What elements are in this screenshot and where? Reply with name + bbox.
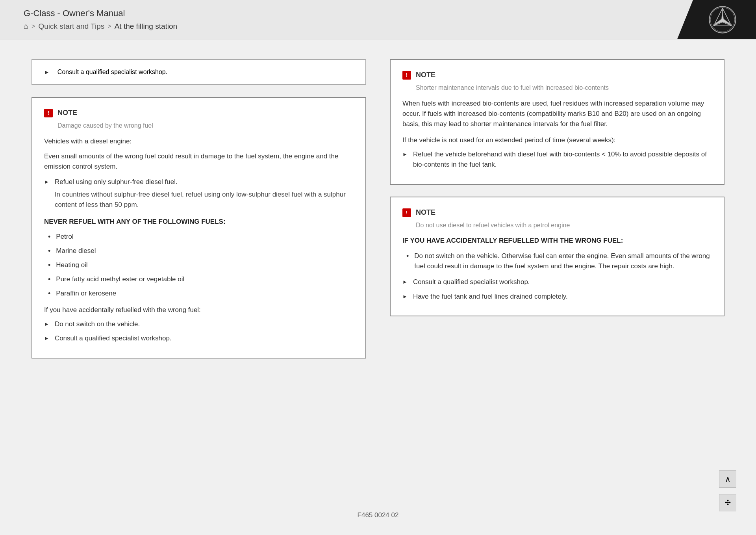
scroll-up-button[interactable]: ∧ xyxy=(719,470,736,488)
if-accidental-para: If you have accidentally refuelled with … xyxy=(44,305,354,315)
dot-item-paraffin: Paraffin or kerosene xyxy=(44,288,354,299)
header-right xyxy=(677,0,756,39)
breadcrumb-sep-1: > xyxy=(32,23,35,30)
dot-item-petrol: Petrol xyxy=(44,232,354,243)
breadcrumb: ⌂ > Quick start and Tips > At the fillin… xyxy=(24,22,177,31)
consult-bullet-arrow: ► xyxy=(402,278,408,286)
note-subtitle-right-2: Do not use diesel to refuel vehicles wit… xyxy=(416,221,712,230)
page-title: G-Class - Owner's Manual xyxy=(24,8,177,19)
drain-fuel-bullet: ► Have the fuel tank and fuel lines drai… xyxy=(402,292,712,302)
logo-area xyxy=(677,0,756,39)
scroll-down-icon: ✣ xyxy=(725,498,731,507)
note-box-wrong-fuel: ! NOTE Damage caused by the wrong fuel V… xyxy=(32,97,366,359)
note-icon-1: ! xyxy=(44,109,53,117)
note-subtitle-right-1: Shorter maintenance intervals due to fue… xyxy=(416,83,712,93)
consult-box: ► Consult a qualified specialist worksho… xyxy=(32,59,366,85)
note-icon-right-1: ! xyxy=(402,71,411,80)
note-header-right-2: ! NOTE xyxy=(402,207,712,218)
drain-text: Have the fuel tank and fuel lines draine… xyxy=(413,292,568,302)
home-icon[interactable]: ⌂ xyxy=(24,22,28,31)
consult-workshop-text: Consult a qualified specialist workshop. xyxy=(55,333,172,344)
bullet-text-1: Refuel using only sulphur-free diesel fu… xyxy=(55,177,354,210)
note-box-bio-contents: ! NOTE Shorter maintenance intervals due… xyxy=(390,59,724,185)
footer: F465 0024 02 xyxy=(358,511,399,519)
note-title-right-2: NOTE xyxy=(416,207,435,218)
left-column: ► Consult a qualified specialist worksho… xyxy=(32,59,366,359)
do-not-switch-text: Do not switch on the vehicle. xyxy=(55,319,140,329)
right-column: ! NOTE Shorter maintenance intervals due… xyxy=(390,59,724,359)
note-para2: Even small amounts of the wrong fuel cou… xyxy=(44,151,354,172)
bullet-item-1: ► Refuel using only sulphur-free diesel … xyxy=(44,177,354,210)
drain-bullet-arrow: ► xyxy=(402,293,408,301)
consult-text-right: Consult a qualified specialist workshop. xyxy=(413,277,530,287)
note-header-right-1: ! NOTE xyxy=(402,70,712,81)
note-para1: Vehicles with a diesel engine: xyxy=(44,136,354,147)
wrong-fuel-dot-list: Do not switch on the vehicle. Otherwise … xyxy=(402,251,712,272)
bullet-arrow-icon: ► xyxy=(44,178,49,186)
wrong-fuel-bullet-list: ► Consult a qualified specialist worksho… xyxy=(402,277,712,302)
bullet-arrow-3: ► xyxy=(44,334,49,342)
consult-workshop-right: ► Consult a qualified specialist worksho… xyxy=(402,277,712,287)
wrong-fuel-bold-heading: IF YOU HAVE ACCIDENTALLY REFUELLED WITH … xyxy=(402,236,712,246)
note-icon-right-2: ! xyxy=(402,208,411,217)
arrow-icon: ► xyxy=(44,69,50,75)
scroll-up-icon: ∧ xyxy=(725,474,731,484)
footer-code: F465 0024 02 xyxy=(358,511,399,519)
header: G-Class - Owner's Manual ⌂ > Quick start… xyxy=(0,0,756,39)
bullet-arrow-2: ► xyxy=(44,320,49,328)
bio-bullet-list: ► Refuel the vehicle beforehand with die… xyxy=(402,149,712,170)
do-not-switch-bullet: ► Do not switch on the vehicle. xyxy=(44,319,354,329)
note-title-right-1: NOTE xyxy=(416,70,435,81)
bullet-list-1: ► Refuel using only sulphur-free diesel … xyxy=(44,177,354,210)
note-body-right-1: When fuels with increased bio-contents a… xyxy=(402,98,712,170)
bullet-sub-text-1: In countries without sulphur-free diesel… xyxy=(55,189,354,210)
note-body-right-2: IF YOU HAVE ACCIDENTALLY REFUELLED WITH … xyxy=(402,236,712,302)
accident-bullet-list: ► Do not switch on the vehicle. ► Consul… xyxy=(44,319,354,344)
note-header-1: ! NOTE xyxy=(44,108,354,119)
wrong-fuel-dot-1: Do not switch on the vehicle. Otherwise … xyxy=(402,251,712,272)
bio-bullet-1: ► Refuel the vehicle beforehand with die… xyxy=(402,149,712,170)
bio-bullet-arrow: ► xyxy=(402,150,408,158)
main-content: ► Consult a qualified specialist worksho… xyxy=(0,39,756,390)
dot-item-fatty: Pure fatty acid methyl ester or vegetabl… xyxy=(44,274,354,285)
note-body-1: Vehicles with a diesel engine: Even smal… xyxy=(44,136,354,344)
note-box-petrol-engine: ! NOTE Do not use diesel to refuel vehic… xyxy=(390,197,724,316)
consult-text: Consult a qualified specialist workshop. xyxy=(57,69,167,76)
dot-list-fuels: Petrol Marine diesel Heating oil Pure fa… xyxy=(44,232,354,299)
bio-para2: If the vehicle is not used for an extend… xyxy=(402,135,712,145)
bio-bullet-text: Refuel the vehicle beforehand with diese… xyxy=(413,149,712,170)
breadcrumb-filling-station[interactable]: At the filling station xyxy=(115,22,177,31)
dot-item-heating: Heating oil xyxy=(44,260,354,271)
note-title-1: NOTE xyxy=(57,108,77,119)
never-refuel-heading: NEVER REFUEL WITH ANY OF THE FOLLOWING F… xyxy=(44,217,354,227)
header-left: G-Class - Owner's Manual ⌂ > Quick start… xyxy=(24,8,177,31)
dot-item-marine: Marine diesel xyxy=(44,246,354,257)
consult-workshop-bullet: ► Consult a qualified specialist worksho… xyxy=(44,333,354,344)
note-subtitle-1: Damage caused by the wrong fuel xyxy=(57,121,354,131)
breadcrumb-quick-start[interactable]: Quick start and Tips xyxy=(38,22,104,31)
breadcrumb-sep-2: > xyxy=(107,23,111,30)
mercedes-logo-icon xyxy=(709,6,736,33)
scroll-down-button[interactable]: ✣ xyxy=(719,494,736,511)
bio-para1: When fuels with increased bio-contents a… xyxy=(402,98,712,130)
